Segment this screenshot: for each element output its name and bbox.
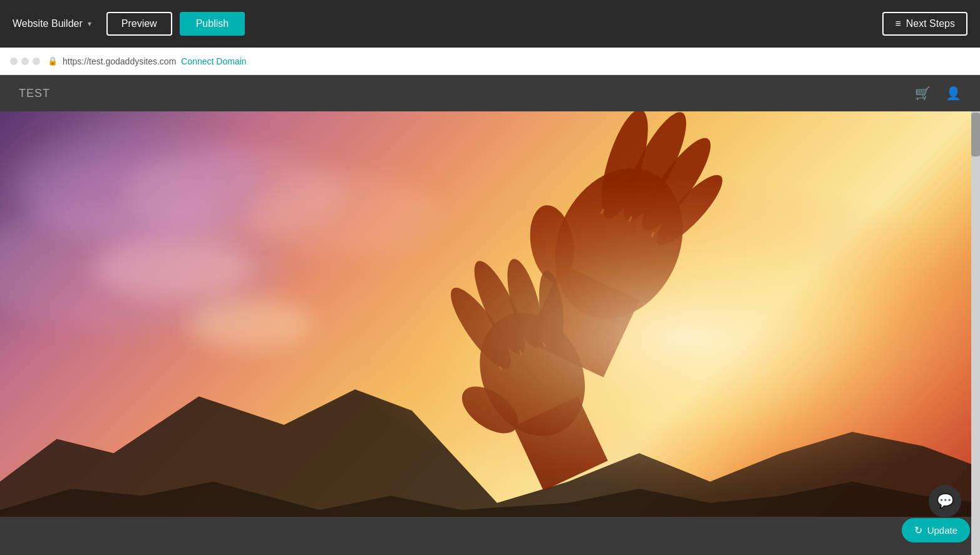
dot-red — [10, 58, 18, 65]
connect-domain-link[interactable]: Connect Domain — [181, 56, 246, 66]
brand-area[interactable]: Website Builder ▾ — [13, 18, 91, 29]
chat-icon: 💬 — [937, 493, 954, 509]
toolbar-buttons: Preview Publish — [106, 12, 245, 36]
site-nav-icons: 🛒 👤 — [915, 86, 961, 101]
lock-icon: 🔒 — [48, 56, 58, 66]
preview-button[interactable]: Preview — [106, 12, 172, 36]
scrollbar-thumb[interactable] — [971, 113, 980, 156]
browser-url-area: 🔒 https://test.godaddysites.com Connect … — [48, 56, 970, 66]
preview-container: TEST 🛒 👤 — [0, 75, 980, 555]
site-title: TEST — [19, 87, 50, 100]
dot-green — [33, 58, 40, 65]
hero-section — [0, 111, 980, 517]
publish-button[interactable]: Publish — [180, 12, 245, 36]
url-text: https://test.godaddysites.com — [63, 56, 176, 66]
site-nav: TEST 🛒 👤 — [0, 75, 980, 111]
dot-yellow — [21, 58, 29, 65]
hero-svg — [0, 111, 980, 517]
scrollbar[interactable] — [971, 111, 980, 555]
browser-dots — [10, 58, 40, 65]
cart-icon[interactable]: 🛒 — [915, 86, 931, 101]
next-steps-label: Next Steps — [906, 18, 955, 29]
update-icon: ↻ — [914, 524, 922, 536]
svg-rect-20 — [0, 111, 980, 517]
next-steps-button[interactable]: ≡ Next Steps — [882, 12, 967, 36]
update-label: Update — [927, 525, 957, 536]
chevron-down-icon: ▾ — [88, 19, 91, 28]
list-icon: ≡ — [895, 18, 900, 29]
update-button[interactable]: ↻ Update — [902, 518, 970, 542]
brand-label: Website Builder — [13, 18, 83, 29]
user-icon[interactable]: 👤 — [946, 86, 961, 101]
browser-chrome: 🔒 https://test.godaddysites.com Connect … — [0, 48, 980, 75]
toolbar: Website Builder ▾ Preview Publish ≡ Next… — [0, 0, 980, 48]
chat-button[interactable]: 💬 — [929, 485, 961, 517]
